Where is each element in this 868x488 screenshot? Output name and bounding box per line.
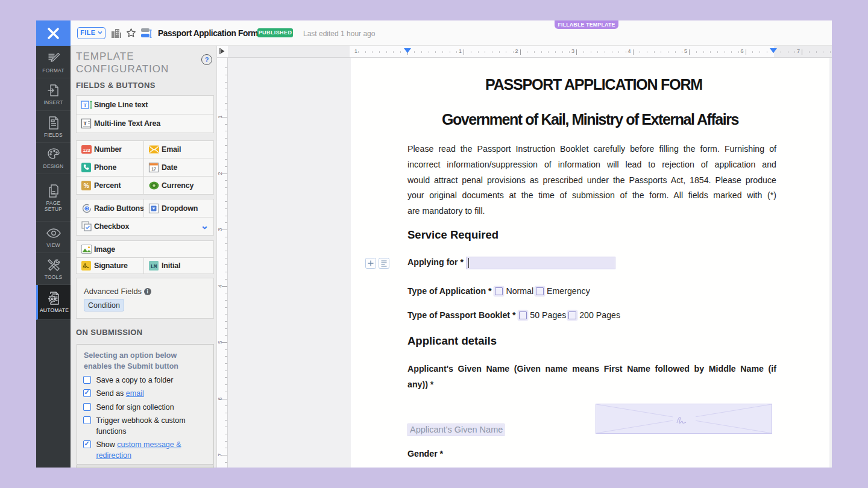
svg-text:T: T	[83, 102, 87, 108]
svg-text:123: 123	[83, 148, 90, 153]
svg-text:LM: LM	[151, 264, 157, 270]
svg-text:%: %	[84, 183, 89, 189]
svg-text:17: 17	[151, 166, 156, 170]
svg-text:T: T	[83, 120, 87, 127]
